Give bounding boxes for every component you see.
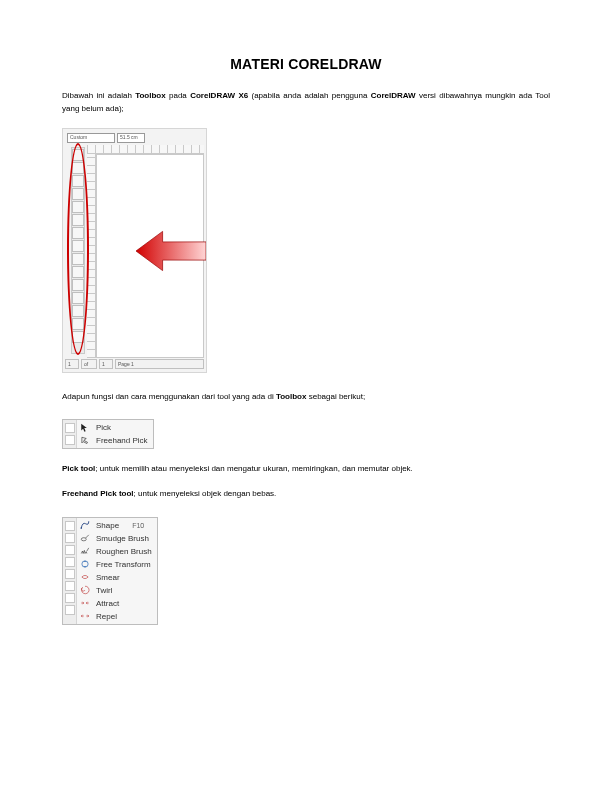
transform-icon xyxy=(79,558,91,570)
intro-paragraph: Dibawah ini adalah Toolbox pada CorelDRA… xyxy=(62,90,550,116)
flyout-item-label: Smudge Brush xyxy=(96,534,149,543)
attract-icon xyxy=(79,597,91,609)
status-cell: 1 xyxy=(99,359,113,369)
tool-button xyxy=(72,318,84,330)
text-bold: Toolbox xyxy=(135,91,166,100)
tool-button xyxy=(72,214,84,226)
flyout-menu: Shape F10 Smudge Brush Roughen Brush Fre… xyxy=(77,518,157,624)
page-title: MATERI CORELDRAW xyxy=(62,56,550,72)
status-page-label: Page 1 xyxy=(115,359,204,369)
flyout-item: Free Transform xyxy=(79,558,152,571)
text-bold: Freehand Pick tool xyxy=(62,489,134,498)
svg-marker-0 xyxy=(136,231,206,270)
tool-button xyxy=(72,279,84,291)
text: (apabila anda adalah pengguna xyxy=(248,91,371,100)
text: ; untuk memilih atau menyeleksi dan meng… xyxy=(95,464,413,473)
flyout-item-label: Repel xyxy=(96,612,117,621)
mini-tool-icon xyxy=(65,533,75,543)
smudge-icon xyxy=(79,532,91,544)
flyout-item-label: Twirl xyxy=(96,586,112,595)
tool-button xyxy=(72,331,84,343)
pick-description: Pick tool; untuk memilih atau menyeleksi… xyxy=(62,463,550,476)
flyout-item-label: Free Transform xyxy=(96,560,151,569)
flyout-item: Roughen Brush xyxy=(79,545,152,558)
flyout-item: Twirl xyxy=(79,584,152,597)
status-cell: 1 xyxy=(65,359,79,369)
ruler-horizontal xyxy=(87,145,204,154)
pick-flyout-screenshot: Pick Freehand Pick xyxy=(62,419,154,449)
ruler-vertical xyxy=(87,154,96,358)
tool-button xyxy=(72,188,84,200)
status-bar: 1 of 1 Page 1 xyxy=(65,359,204,370)
screenshot-topbar: Custom 51.5 cm xyxy=(67,133,202,144)
mini-tool-icon xyxy=(65,605,75,615)
tool-button xyxy=(72,162,84,174)
svg-line-3 xyxy=(86,535,89,538)
smear-icon xyxy=(79,571,91,583)
tool-button xyxy=(72,240,84,252)
text-bold: CorelDRAW xyxy=(371,91,416,100)
svg-point-2 xyxy=(81,538,86,541)
toolbox-column xyxy=(71,147,85,354)
page-size-dropdown: Custom xyxy=(67,133,115,143)
shape-flyout-screenshot: Shape F10 Smudge Brush Roughen Brush Fre… xyxy=(62,517,158,625)
dim-field-1: 51.5 cm xyxy=(117,133,145,143)
text-bold: Toolbox xyxy=(276,392,307,401)
flyout-item: Freehand Pick xyxy=(79,434,148,447)
text: ; untuk menyeleksi objek dengan bebas. xyxy=(134,489,277,498)
flyout-menu: Pick Freehand Pick xyxy=(77,420,153,448)
tool-button xyxy=(72,305,84,317)
flyout-item-label: Pick xyxy=(96,423,111,432)
toolbox-screenshot: Custom 51.5 cm xyxy=(62,128,207,373)
flyout-item: Smear xyxy=(79,571,152,584)
mini-tool-icon xyxy=(65,435,75,445)
freehand-pick-description: Freehand Pick tool; untuk menyeleksi obj… xyxy=(62,488,550,501)
cursor-icon xyxy=(79,422,91,434)
text-bold: Pick tool xyxy=(62,464,95,473)
document-page: MATERI CORELDRAW Dibawah ini adalah Tool… xyxy=(0,0,612,679)
text: Adapun fungsi dan cara menggunakan dari … xyxy=(62,392,276,401)
flyout-item: Pick xyxy=(79,421,148,434)
svg-line-4 xyxy=(87,548,89,551)
text: pada xyxy=(166,91,190,100)
flyout-item-label: Smear xyxy=(96,573,120,582)
tool-button xyxy=(72,227,84,239)
pointer-arrow-icon xyxy=(136,229,206,273)
mini-tool-icon xyxy=(65,545,75,555)
roughen-icon xyxy=(79,545,91,557)
flyout-item-label: Attract xyxy=(96,599,119,608)
flyout-toolstrip xyxy=(63,420,77,448)
flyout-item: Shape F10 xyxy=(79,519,152,532)
mini-tool-icon xyxy=(65,557,75,567)
tool-button xyxy=(72,266,84,278)
flyout-toolstrip xyxy=(63,518,77,624)
tool-button xyxy=(72,201,84,213)
flyout-item: Attract xyxy=(79,597,152,610)
tool-button xyxy=(72,253,84,265)
mini-tool-icon xyxy=(65,593,75,603)
tool-button xyxy=(72,292,84,304)
text-bold: CorelDRAW X6 xyxy=(190,91,248,100)
paragraph-2: Adapun fungsi dan cara menggunakan dari … xyxy=(62,391,550,404)
twirl-icon xyxy=(79,584,91,596)
tool-button xyxy=(72,175,84,187)
flyout-item-label: Roughen Brush xyxy=(96,547,152,556)
mini-tool-icon xyxy=(65,521,75,531)
text: sebagai berikut; xyxy=(306,392,365,401)
mini-tool-icon xyxy=(65,569,75,579)
flyout-item-shortcut: F10 xyxy=(132,522,144,529)
repel-icon xyxy=(79,610,91,622)
status-cell: of xyxy=(81,359,97,369)
shape-icon xyxy=(79,519,91,531)
text: Dibawah ini adalah xyxy=(62,91,135,100)
flyout-item: Repel xyxy=(79,610,152,623)
tool-button xyxy=(72,149,84,161)
flyout-item-label: Freehand Pick xyxy=(96,436,148,445)
mini-tool-icon xyxy=(65,581,75,591)
lasso-icon xyxy=(79,435,91,447)
mini-tool-icon xyxy=(65,423,75,433)
svg-point-5 xyxy=(82,561,88,567)
flyout-item-label: Shape xyxy=(96,521,119,530)
flyout-item: Smudge Brush xyxy=(79,532,152,545)
svg-rect-1 xyxy=(81,528,82,529)
